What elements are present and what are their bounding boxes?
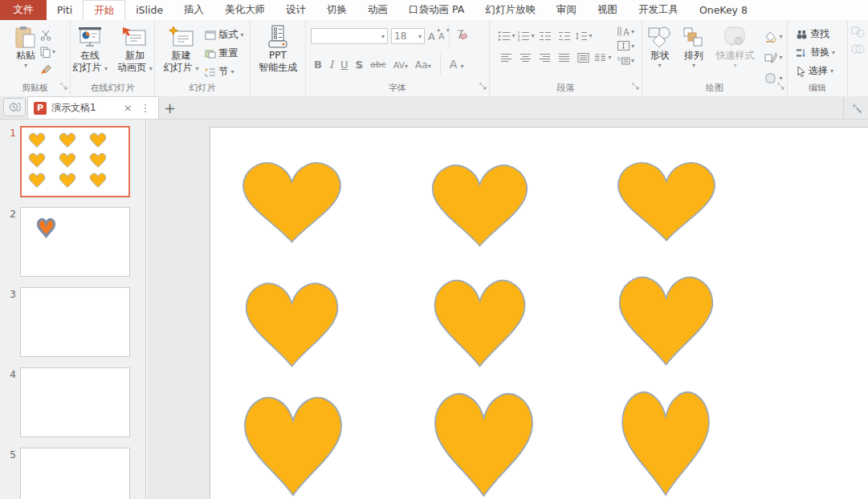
- reset-button[interactable]: 重置: [205, 45, 243, 62]
- font-color-button[interactable]: A ▾: [450, 58, 464, 71]
- heart-shape-7[interactable]: [238, 391, 348, 497]
- magic-wand-button[interactable]: [843, 97, 868, 119]
- menu-tab-onekey[interactable]: OneKey 8: [689, 0, 758, 20]
- text-direction-button[interactable]: ▾: [617, 26, 634, 37]
- recent-documents-button[interactable]: [3, 98, 26, 116]
- arrange-button[interactable]: 排列 ▾: [680, 24, 707, 87]
- editing-canvas[interactable]: [147, 119, 868, 499]
- menu-tab-developer[interactable]: 开发工具: [628, 0, 689, 20]
- dropdown-caret-icon: ▾: [381, 33, 385, 40]
- merge-shapes-icon[interactable]: [851, 26, 865, 38]
- distribute-text-button[interactable]: [577, 52, 590, 63]
- grow-font-button[interactable]: A▴: [428, 30, 435, 43]
- decrease-indent-button[interactable]: [539, 30, 552, 42]
- new-tab-button[interactable]: +: [159, 97, 181, 119]
- mini-heart-shape: [89, 172, 107, 188]
- increase-indent-button[interactable]: [558, 30, 571, 42]
- character-spacing-button[interactable]: AV▾: [393, 59, 408, 71]
- clear-format-button[interactable]: [454, 29, 467, 44]
- shrink-font-button[interactable]: A▾: [438, 31, 445, 42]
- copy-button[interactable]: ▾: [39, 43, 57, 60]
- ribbon-group-slides: 新建 幻灯片 ▾ 版式 ▾ 重置 节: [155, 20, 251, 96]
- heart-shape-8[interactable]: [429, 387, 539, 498]
- menu-tab-pocket-animation[interactable]: 口袋动画 PA: [398, 0, 475, 20]
- menu-tab-review[interactable]: 审阅: [546, 0, 587, 20]
- menu-tab-view[interactable]: 视图: [587, 0, 628, 20]
- menu-tab-piti[interactable]: Piti: [47, 0, 83, 20]
- text-shadow-button[interactable]: S: [356, 59, 363, 71]
- cut-button[interactable]: [39, 26, 57, 43]
- close-tab-icon[interactable]: ×: [122, 102, 134, 114]
- menu-tab-file[interactable]: 文件: [0, 0, 47, 20]
- selected-heart-shape: [37, 218, 55, 237]
- bullets-button[interactable]: ▾: [498, 30, 515, 42]
- menu-tab-islide[interactable]: iSlide: [125, 0, 173, 20]
- columns-button[interactable]: ▾: [594, 52, 611, 63]
- menu-tab-transition[interactable]: 切换: [316, 0, 357, 20]
- section-button[interactable]: 节 ▾: [205, 63, 243, 80]
- format-painter-button[interactable]: [39, 60, 57, 77]
- select-button[interactable]: 选择 ▾: [796, 63, 847, 79]
- paste-button[interactable]: 粘贴 ▾: [13, 24, 39, 77]
- italic-button[interactable]: I: [329, 59, 333, 71]
- heart-shape-3[interactable]: [612, 157, 721, 242]
- dropdown-caret-icon: ▾: [832, 49, 835, 56]
- heart-shape-2[interactable]: [426, 160, 533, 248]
- heart-shape-5[interactable]: [429, 274, 531, 368]
- online-slides-button[interactable]: 在线 幻灯片 ▾: [70, 24, 110, 75]
- dialog-launcher-icon[interactable]: [60, 78, 67, 93]
- find-button[interactable]: 查找: [796, 26, 847, 43]
- menu-bar: 文件Piti开始iSlide插入美化大师设计切换动画口袋动画 PA幻灯片放映审阅…: [0, 0, 868, 20]
- ribbon-group-drawing: 形状 ▾ 排列 ▾ 快速样式 ▾: [642, 20, 788, 96]
- new-slide-button[interactable]: 新建 幻灯片 ▾: [161, 24, 202, 80]
- convert-smartart-button[interactable]: ▾: [617, 55, 634, 66]
- bold-button[interactable]: B: [314, 59, 322, 71]
- shape-fill-button[interactable]: ▾: [763, 28, 784, 45]
- mini-heart-shape: [28, 172, 46, 188]
- menu-tab-insert[interactable]: 插入: [173, 0, 214, 20]
- align-center-button[interactable]: [520, 52, 532, 63]
- font-group-label: 字体: [306, 82, 489, 94]
- font-size-combobox[interactable]: 18 ▾: [391, 28, 425, 44]
- menu-tab-beautify-master[interactable]: 美化大师: [214, 0, 275, 20]
- quick-styles-button[interactable]: 快速样式 ▾: [713, 24, 756, 87]
- change-case-button[interactable]: Aa▾: [415, 59, 431, 71]
- new-animation-page-button[interactable]: 新加 动画页 ▾: [115, 24, 155, 75]
- menu-tab-design[interactable]: 设计: [275, 0, 316, 20]
- heart-shape-1[interactable]: [237, 157, 347, 244]
- heart-shape-9[interactable]: [617, 385, 715, 497]
- line-spacing-button[interactable]: ▾: [575, 30, 592, 42]
- menu-tab-home[interactable]: 开始: [83, 0, 125, 20]
- heart-shape-4[interactable]: [240, 278, 344, 368]
- layout-button[interactable]: 版式 ▾: [205, 26, 243, 43]
- shape-outline-button[interactable]: ▾: [763, 49, 784, 66]
- dialog-launcher-icon[interactable]: [479, 78, 487, 93]
- underline-button[interactable]: U: [340, 59, 348, 71]
- slide-thumbnail-2[interactable]: [20, 207, 130, 277]
- slide-thumbnail-1[interactable]: [20, 126, 130, 197]
- font-name-combobox[interactable]: ▾: [311, 28, 388, 44]
- menu-tab-slideshow[interactable]: 幻灯片放映: [475, 0, 546, 20]
- slide-thumbnail-5[interactable]: [20, 448, 130, 499]
- ppt-smart-generate-button[interactable]: PPT 智能生成: [256, 24, 300, 75]
- numbering-button[interactable]: ▾: [517, 30, 534, 42]
- clear-format-icon: [454, 29, 467, 41]
- align-right-button[interactable]: [539, 52, 552, 63]
- slide-thumbnail-4[interactable]: [20, 367, 130, 437]
- font-size-value: 18: [394, 30, 406, 42]
- slide-thumbnail-3[interactable]: [20, 287, 130, 357]
- replace-button[interactable]: 替换 ▾: [796, 44, 847, 61]
- dialog-launcher-icon[interactable]: [632, 78, 639, 93]
- dialog-launcher-icon[interactable]: [777, 78, 784, 93]
- ribbon-group-extra: [848, 20, 868, 96]
- menu-tab-animation[interactable]: 动画: [357, 0, 398, 20]
- shapes-button[interactable]: 形状 ▾: [645, 24, 674, 87]
- strikethrough-button[interactable]: abc: [370, 59, 386, 70]
- align-left-button[interactable]: [500, 52, 513, 63]
- combine-shapes-icon[interactable]: [851, 43, 865, 55]
- tab-options-icon[interactable]: ⋮: [139, 102, 153, 114]
- heart-shape-6[interactable]: [613, 271, 719, 367]
- document-tab[interactable]: P 演示文稿1 × ⋮: [27, 96, 159, 119]
- justify-button[interactable]: [558, 52, 571, 63]
- align-text-button[interactable]: ▾: [617, 40, 634, 51]
